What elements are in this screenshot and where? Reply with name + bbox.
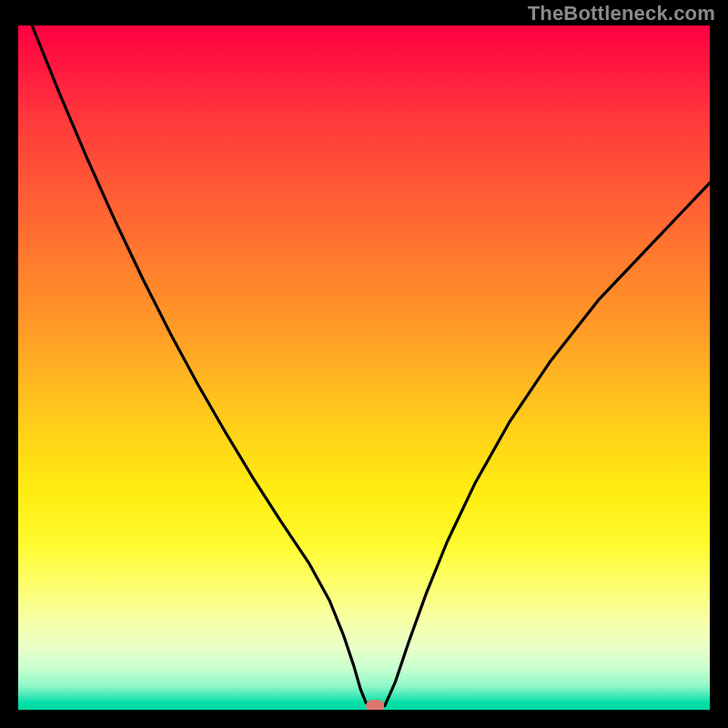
watermark-text: TheBottleneck.com: [528, 2, 715, 25]
chart-frame: TheBottleneck.com: [0, 0, 728, 728]
curve-svg: [18, 25, 710, 710]
plot-area: [18, 25, 710, 710]
curve-right: [385, 183, 710, 706]
minimum-marker: [366, 700, 384, 710]
curve-left: [32, 25, 381, 705]
